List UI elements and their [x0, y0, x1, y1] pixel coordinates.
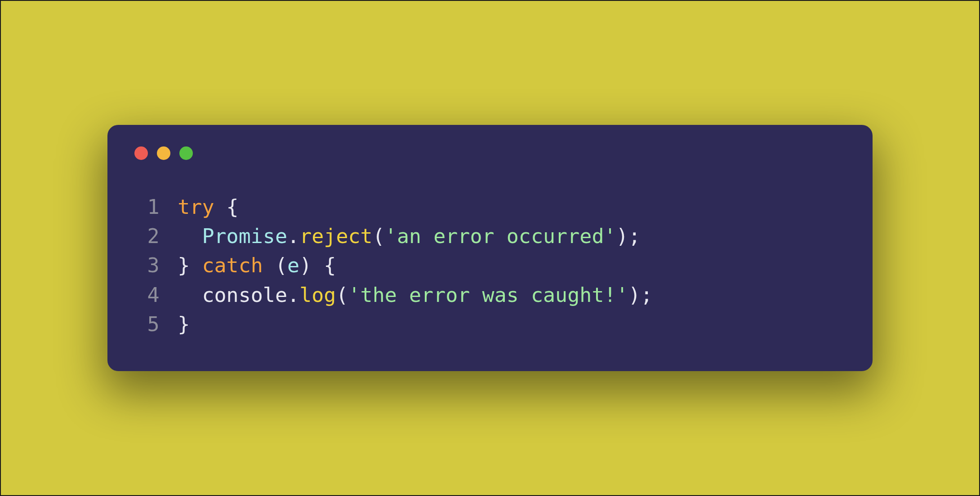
zoom-icon[interactable]	[179, 146, 193, 160]
code-token: }	[178, 312, 190, 336]
code-token: reject	[299, 224, 373, 248]
code-token: {	[214, 195, 239, 219]
line-content: } catch (e) {	[178, 251, 336, 280]
line-content: Promise.reject('an error occurred');	[178, 221, 641, 251]
code-line: 3} catch (e) {	[133, 251, 847, 280]
line-number: 3	[133, 251, 160, 280]
code-block: 1try {2 Promise.reject('an error occurre…	[133, 192, 847, 339]
code-token: 'the error was caught!'	[348, 283, 628, 307]
code-token: 'an error occurred'	[385, 224, 616, 248]
line-content: try {	[178, 192, 238, 221]
code-line: 1try {	[133, 192, 847, 221]
minimize-icon[interactable]	[157, 146, 170, 160]
code-token: (	[263, 253, 287, 277]
code-line: 5}	[133, 310, 847, 339]
code-token: Promise	[202, 224, 287, 248]
code-token: }	[178, 253, 202, 277]
code-token: (	[373, 224, 385, 248]
line-number: 4	[133, 280, 160, 310]
code-line: 2 Promise.reject('an error occurred');	[133, 221, 847, 251]
line-content: }	[178, 310, 190, 339]
code-token	[178, 224, 202, 248]
code-token: try	[178, 195, 214, 219]
code-window: 1try {2 Promise.reject('an error occurre…	[107, 125, 873, 371]
line-number: 1	[133, 192, 160, 221]
code-line: 4 console.log('the error was caught!');	[133, 280, 847, 310]
code-token: e	[287, 253, 299, 277]
code-token: );	[628, 283, 653, 307]
code-token: console.	[178, 283, 299, 307]
code-token: .	[287, 224, 299, 248]
code-token: catch	[202, 253, 263, 277]
code-token: log	[299, 283, 336, 307]
window-titlebar	[133, 146, 847, 160]
line-number: 2	[133, 221, 160, 251]
close-icon[interactable]	[134, 146, 148, 160]
code-token: ) {	[299, 253, 336, 277]
code-token: (	[336, 283, 348, 307]
code-token: );	[616, 224, 641, 248]
line-number: 5	[133, 310, 160, 339]
line-content: console.log('the error was caught!');	[178, 280, 653, 310]
